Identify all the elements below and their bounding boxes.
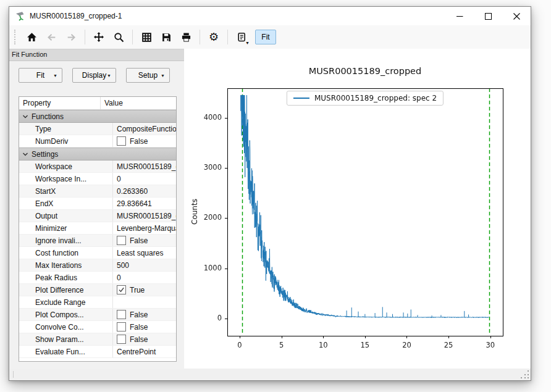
title-bar[interactable]: MUSR00015189_cropped-1 — [9, 7, 531, 25]
property-label: StartX — [19, 185, 113, 197]
toolbar-separator — [227, 30, 228, 44]
legend[interactable]: MUSR00015189_cropped: spec 2 — [287, 91, 444, 106]
y-tick-label: 1000 — [184, 264, 222, 272]
plot-area[interactable]: MUSR00015189_cropped Counts MUSR00015189… — [184, 49, 531, 369]
home-button[interactable] — [23, 28, 40, 46]
property-label: Convolve Co... — [19, 321, 113, 333]
property-row[interactable]: Ignore invali...False — [19, 235, 176, 247]
print-button[interactable] — [177, 28, 195, 46]
settings-gear-icon: ⚙ — [209, 32, 219, 42]
property-value[interactable]: 500 — [113, 259, 176, 271]
x-tick-label: 15 — [361, 341, 370, 349]
group-label: Functions — [32, 112, 64, 121]
property-row[interactable]: Cost functionLeast squares — [19, 247, 176, 259]
property-row[interactable]: Peak Radius0 — [19, 272, 176, 284]
property-row[interactable]: OutputMUSR00015189_crop... — [19, 210, 176, 222]
property-row[interactable]: Exclude Range — [19, 296, 176, 309]
maximize-button[interactable] — [474, 7, 502, 25]
property-label: Workspace — [19, 161, 113, 172]
display-menu-label: Display — [82, 71, 106, 80]
status-bar — [9, 369, 531, 380]
checkbox-label: False — [130, 137, 148, 146]
property-row[interactable]: MinimizerLevenberg-Marquardt — [19, 222, 176, 235]
desktop: MUSR00015189_cropped-1 — [0, 0, 551, 392]
panel-button-row: Fit ▼ Display ▼ Setup ▼ — [9, 61, 184, 83]
close-button[interactable] — [502, 7, 531, 25]
zoom-button[interactable] — [110, 28, 127, 46]
property-value[interactable]: MUSR00015189_crop... — [113, 161, 176, 172]
generate-script-button[interactable]: ▼ — [233, 28, 250, 46]
property-row[interactable]: Convolve Co...False — [19, 321, 176, 333]
checkbox-checked[interactable] — [117, 285, 126, 294]
window-controls — [445, 7, 531, 25]
settings-gear-button[interactable]: ⚙ — [205, 28, 222, 46]
checkbox-unchecked[interactable] — [117, 322, 126, 332]
property-row[interactable]: Show Param...False — [19, 333, 176, 346]
forward-button[interactable] — [62, 28, 80, 46]
fit-toggle-button[interactable]: Fit — [255, 30, 276, 44]
property-label: Exclude Range — [19, 296, 113, 308]
save-button[interactable] — [158, 28, 175, 46]
property-value[interactable]: False — [113, 333, 176, 345]
chevron-down-icon[interactable] — [22, 113, 32, 120]
toolbar-separator — [132, 30, 133, 44]
checkbox-unchecked[interactable] — [117, 335, 126, 344]
property-value[interactable]: 0 — [113, 272, 176, 283]
display-menu-button[interactable]: Display ▼ — [72, 68, 116, 83]
property-value[interactable]: CentrePoint — [113, 346, 176, 357]
property-label: Show Param... — [19, 333, 113, 345]
checkbox-unchecked[interactable] — [117, 310, 126, 319]
y-tick-label: 3000 — [184, 163, 222, 172]
pan-button[interactable] — [90, 28, 107, 46]
dropdown-caret-icon: ▼ — [53, 73, 57, 78]
property-value[interactable]: False — [113, 235, 176, 246]
x-tick-label: 20 — [402, 341, 411, 349]
property-value[interactable]: MUSR00015189_crop... — [113, 210, 176, 222]
property-row[interactable]: Evaluate Fun...CentrePoint — [19, 346, 176, 358]
property-value[interactable]: 0.263360 — [113, 185, 176, 197]
setup-menu-button[interactable]: Setup ▼ — [126, 68, 170, 83]
subplots-grid-button[interactable] — [138, 28, 155, 46]
plot-toolbar: ⚙ ▼ Fit — [9, 25, 531, 49]
main-content: Fit Function Fit ▼ Display ▼ Setup ▼ — [9, 49, 531, 369]
property-value[interactable]: False — [113, 321, 176, 333]
setup-menu-label: Setup — [138, 71, 158, 80]
fit-menu-button[interactable]: Fit ▼ — [19, 68, 62, 83]
panel-title[interactable]: Fit Function — [9, 49, 184, 61]
property-row[interactable]: Plot Compos...False — [19, 309, 176, 321]
property-row[interactable]: Workspace In...0 — [19, 173, 176, 185]
checkbox-label: False — [130, 335, 148, 344]
property-value[interactable] — [113, 296, 176, 308]
property-table: Property Value FunctionsTypeCompositeFun… — [19, 96, 177, 362]
property-value[interactable]: Levenberg-Marquardt — [113, 222, 176, 234]
property-row[interactable]: StartX0.263360 — [19, 185, 176, 198]
checkbox-unchecked[interactable] — [117, 236, 126, 245]
back-button[interactable] — [43, 28, 60, 46]
toolbar-drag-handle[interactable] — [14, 30, 18, 44]
property-row[interactable]: Plot DifferenceTrue — [19, 284, 176, 296]
property-row[interactable]: NumDerivFalse — [19, 135, 176, 148]
property-row[interactable]: Max Iterations500 — [19, 259, 176, 272]
checkbox-unchecked[interactable] — [117, 136, 126, 146]
property-row[interactable]: TypeCompositeFunction — [19, 123, 176, 135]
minimize-button[interactable] — [445, 7, 474, 25]
property-row[interactable]: WorkspaceMUSR00015189_crop... — [19, 161, 176, 173]
property-value[interactable]: 29.836641 — [113, 198, 176, 209]
property-label: Ignore invali... — [19, 235, 113, 246]
x-tick-label: 30 — [486, 341, 495, 349]
property-label: Type — [19, 123, 113, 135]
dropdown-caret-icon: ▼ — [107, 73, 111, 78]
app-window: MUSR00015189_cropped-1 — [9, 6, 531, 381]
property-value[interactable]: CompositeFunction — [113, 123, 176, 135]
resize-grip[interactable] — [521, 370, 529, 378]
property-value[interactable]: Least squares — [113, 247, 176, 259]
property-row[interactable]: EndX29.836641 — [19, 198, 176, 210]
group-row[interactable]: Functions — [19, 110, 176, 123]
checkbox-label: False — [130, 323, 148, 332]
property-value[interactable]: False — [113, 135, 176, 147]
property-value[interactable]: True — [113, 284, 176, 296]
chevron-down-icon[interactable] — [22, 151, 32, 158]
property-value[interactable]: 0 — [113, 173, 176, 185]
group-row[interactable]: Settings — [19, 148, 176, 161]
property-value[interactable]: False — [113, 309, 176, 320]
